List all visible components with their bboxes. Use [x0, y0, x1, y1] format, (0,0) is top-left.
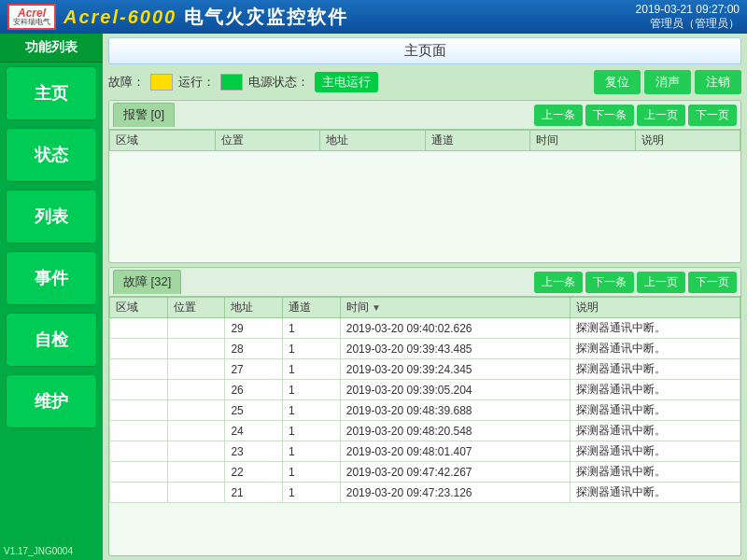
fault-prev-page[interactable]: 上一页	[637, 272, 685, 293]
action-buttons: 复位 消声 注销	[594, 70, 741, 94]
fault-cell-desc: 探测器通讯中断。	[571, 359, 740, 380]
fault-prev-item[interactable]: 上一条	[534, 272, 583, 293]
datetime: 2019-03-21 09:27:00	[636, 3, 740, 16]
table-row[interactable]: 2712019-03-20 09:39:24.345探测器通讯中断。	[110, 359, 740, 380]
fault-cell-address: 25	[225, 400, 283, 421]
fault-cell-area	[110, 359, 168, 380]
fault-tab[interactable]: 故障 [32]	[113, 270, 181, 294]
fault-cell-desc: 探测器通讯中断。	[571, 380, 740, 400]
fault-cell-time: 2019-03-20 09:48:01.407	[340, 441, 570, 462]
fault-panel: 故障 [32] 上一条 下一条 上一页 下一页 区域 位置 地址 通道	[108, 267, 741, 556]
user-info: 管理员（管理员）	[636, 16, 740, 32]
alarm-col-desc: 说明	[635, 131, 740, 151]
fault-col-desc: 说明	[571, 298, 740, 318]
fault-col-area: 区域	[110, 298, 168, 318]
fault-cell-area	[110, 462, 168, 483]
fault-cell-desc: 探测器通讯中断。	[571, 483, 740, 503]
sidebar-item-home[interactable]: 主页	[6, 66, 97, 120]
fault-cell-position	[167, 318, 225, 339]
logo-sub: 安科瑞电气	[13, 19, 50, 26]
fault-cell-position	[167, 441, 225, 462]
fault-cell-channel: 1	[283, 359, 341, 380]
alarm-tab[interactable]: 报警 [0]	[113, 103, 175, 127]
power-value: 主电运行	[315, 72, 378, 92]
reset-button[interactable]: 复位	[594, 70, 641, 94]
fault-indicator	[150, 74, 173, 91]
alarm-prev-item[interactable]: 上一条	[534, 105, 583, 126]
fault-cell-area	[110, 318, 168, 339]
fault-cell-channel: 1	[283, 483, 341, 503]
alarm-next-page[interactable]: 下一页	[688, 105, 737, 126]
fault-col-time: 时间 ▼	[340, 298, 570, 318]
fault-header: 故障 [32] 上一条 下一条 上一页 下一页	[109, 268, 740, 297]
fault-next-item[interactable]: 下一条	[585, 272, 634, 293]
fault-cell-address: 24	[225, 421, 283, 441]
fault-col-pos: 位置	[167, 298, 225, 318]
fault-cell-area	[110, 483, 168, 503]
cancel-button[interactable]: 注销	[695, 70, 741, 94]
alarm-col-pos: 位置	[215, 131, 320, 151]
table-row[interactable]: 2212019-03-20 09:47:42.267探测器通讯中断。	[110, 462, 740, 483]
alarm-prev-page[interactable]: 上一页	[637, 105, 685, 126]
fault-cell-address: 26	[225, 380, 283, 400]
table-row[interactable]: 2112019-03-20 09:47:23.126探测器通讯中断。	[110, 483, 740, 503]
table-row[interactable]: 2912019-03-20 09:40:02.626探测器通讯中断。	[110, 318, 740, 339]
fault-cell-address: 29	[225, 318, 283, 339]
run-indicator	[220, 74, 243, 91]
sidebar-header: 功能列表	[0, 34, 103, 63]
fault-cell-desc: 探测器通讯中断。	[571, 339, 740, 359]
fault-nav: 上一条 下一条 上一页 下一页	[534, 272, 737, 293]
sidebar-item-list[interactable]: 列表	[6, 189, 97, 244]
fault-cell-address: 21	[225, 483, 283, 503]
main-layout: 功能列表 主页 状态 列表 事件 自检 维护 V1.17_JNG0004 主页面…	[0, 34, 747, 560]
fault-cell-channel: 1	[283, 421, 341, 441]
fault-cell-area	[110, 421, 168, 441]
sidebar-item-event[interactable]: 事件	[6, 251, 97, 305]
alarm-table-scroll[interactable]: 区域 位置 地址 通道 时间 说明	[109, 130, 740, 262]
fault-cell-time: 2019-03-20 09:47:42.267	[340, 462, 570, 483]
fault-cell-channel: 1	[283, 380, 341, 400]
page-title: 主页面	[108, 37, 741, 64]
alarm-col-time: 时间	[530, 131, 636, 151]
fault-cell-address: 23	[225, 441, 283, 462]
version-label: V1.17_JNG0004	[4, 546, 73, 556]
fault-cell-channel: 1	[283, 400, 341, 421]
status-row: 故障： 运行： 电源状态： 主电运行 复位 消声 注销	[108, 68, 741, 96]
topright-info: 2019-03-21 09:27:00 管理员（管理员）	[636, 3, 740, 32]
logo-box: Acrel 安科瑞电气	[7, 4, 56, 30]
sidebar-item-status[interactable]: 状态	[6, 128, 97, 182]
fault-table: 区域 位置 地址 通道 时间 ▼ 说明 2912019-03-20 09:40:…	[109, 297, 740, 503]
sort-arrow-icon: ▼	[372, 302, 381, 313]
fault-cell-channel: 1	[283, 339, 341, 359]
fault-cell-time: 2019-03-20 09:47:23.126	[340, 483, 570, 503]
fault-cell-position	[167, 421, 225, 441]
alarm-col-addr: 地址	[320, 131, 426, 151]
fault-cell-area	[110, 441, 168, 462]
fault-cell-position	[167, 483, 225, 503]
sidebar-item-maintenance[interactable]: 维护	[6, 374, 97, 428]
sidebar: 功能列表 主页 状态 列表 事件 自检 维护 V1.17_JNG0004	[0, 34, 103, 560]
fault-cell-desc: 探测器通讯中断。	[571, 318, 740, 339]
app-title: Acrel-6000 电气火灾监控软件	[63, 5, 348, 30]
fault-cell-channel: 1	[283, 462, 341, 483]
alarm-nav: 上一条 下一条 上一页 下一页	[534, 105, 737, 126]
fault-table-scroll[interactable]: 区域 位置 地址 通道 时间 ▼ 说明 2912019-03-20 09:40:…	[109, 297, 740, 555]
table-row[interactable]: 2812019-03-20 09:39:43.485探测器通讯中断。	[110, 339, 740, 359]
sidebar-item-selfcheck[interactable]: 自检	[6, 313, 97, 367]
fault-cell-time: 2019-03-20 09:48:20.548	[340, 421, 570, 441]
logo-area: Acrel 安科瑞电气 Acrel-6000 电气火灾监控软件	[7, 4, 348, 30]
alarm-next-item[interactable]: 下一条	[585, 105, 634, 126]
fault-next-page[interactable]: 下一页	[688, 272, 737, 293]
fault-cell-desc: 探测器通讯中断。	[571, 462, 740, 483]
fault-cell-address: 27	[225, 359, 283, 380]
table-row[interactable]: 2312019-03-20 09:48:01.407探测器通讯中断。	[110, 441, 740, 462]
table-row[interactable]: 2612019-03-20 09:39:05.204探测器通讯中断。	[110, 380, 740, 400]
fault-cell-channel: 1	[283, 318, 341, 339]
mute-button[interactable]: 消声	[644, 70, 691, 94]
fault-cell-area	[110, 380, 168, 400]
table-row[interactable]: 2512019-03-20 09:48:39.688探测器通讯中断。	[110, 400, 740, 421]
fault-cell-position	[167, 400, 225, 421]
table-row[interactable]: 2412019-03-20 09:48:20.548探测器通讯中断。	[110, 421, 740, 441]
fault-cell-position	[167, 380, 225, 400]
run-label: 运行：	[178, 74, 215, 91]
